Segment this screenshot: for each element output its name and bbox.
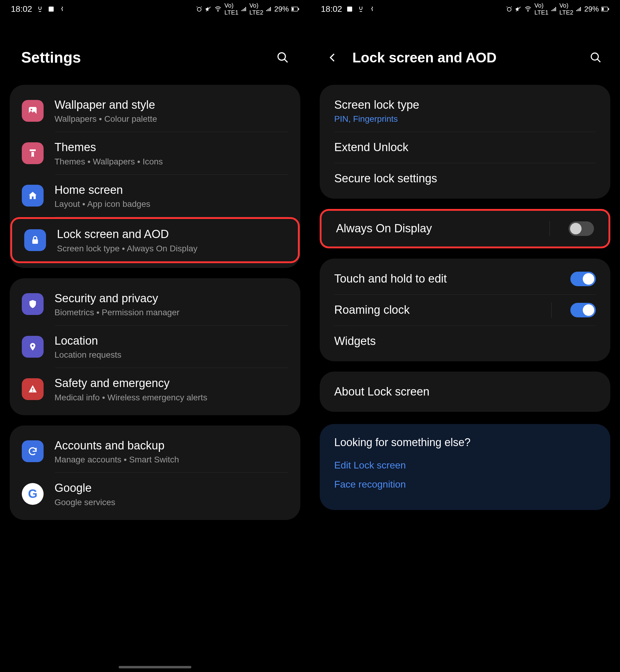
settings-item-widgets[interactable]: Widgets [320, 326, 610, 356]
svg-point-18 [528, 11, 528, 11]
settings-item-touch-hold-edit[interactable]: Touch and hold to edit [320, 263, 610, 294]
svg-point-16 [507, 8, 511, 11]
wallpaper-icon [22, 100, 44, 122]
status-time: 18:02 [11, 4, 32, 14]
settings-item-home-screen[interactable]: Home screen Layout • App icon badges [10, 175, 300, 217]
status-app-icon-3 [59, 6, 65, 12]
item-subtitle: Wallpapers • Colour palette [54, 114, 288, 124]
svg-point-7 [278, 53, 286, 60]
svg-point-12 [32, 345, 34, 346]
settings-group-aod: Always On Display [320, 209, 610, 248]
status-app-icon-1 [36, 5, 44, 13]
item-title: Screen lock type [334, 98, 596, 112]
status-app-icon-1 [357, 5, 364, 13]
themes-icon [22, 142, 44, 164]
back-button[interactable] [325, 50, 340, 65]
settings-group: Wallpaper and style Wallpapers • Colour … [10, 85, 300, 268]
status-time: 18:02 [321, 4, 342, 14]
sync-icon [22, 440, 44, 462]
link-edit-lock-screen[interactable]: Edit Lock screen [334, 460, 596, 471]
item-title: Always On Display [336, 221, 538, 236]
item-title: Google [54, 481, 288, 495]
related-links: Looking for something else? Edit Lock sc… [320, 424, 610, 510]
item-title: Extend Unlock [334, 140, 596, 155]
item-title: Roaming clock [334, 302, 540, 318]
svg-rect-5 [292, 8, 294, 11]
svg-point-1 [197, 8, 201, 11]
item-title: Themes [54, 140, 288, 155]
svg-rect-20 [602, 8, 604, 11]
svg-rect-0 [49, 7, 54, 12]
location-icon [22, 336, 44, 358]
settings-item-safety[interactable]: Safety and emergency Medical info • Wire… [10, 368, 300, 410]
signal1-icon [241, 6, 247, 12]
lock-icon [24, 229, 46, 251]
link-face-recognition[interactable]: Face recognition [334, 479, 596, 490]
search-button[interactable] [587, 48, 605, 66]
shield-icon [22, 293, 44, 315]
svg-point-10 [31, 109, 33, 110]
settings-item-lock-screen[interactable]: Lock screen and AOD Screen lock type • A… [10, 217, 300, 263]
svg-line-8 [284, 59, 288, 62]
item-title: Touch and hold to edit [334, 271, 560, 286]
settings-group: About Lock screen [320, 372, 610, 412]
toggle-touch-hold-edit[interactable] [570, 272, 596, 286]
toggle-always-on-display[interactable] [569, 222, 594, 236]
svg-line-23 [597, 59, 600, 62]
settings-group: Security and privacy Biometrics • Permis… [10, 278, 300, 415]
lte1-label: Vo)LTE1 [224, 2, 238, 16]
page-title: Lock screen and AOD [352, 49, 575, 66]
item-title: About Lock screen [334, 384, 596, 399]
lock-screen-settings: 18:02 Vo)LTE1 Vo)LTE2 29% Lock scr [310, 0, 620, 672]
settings-item-accounts[interactable]: Accounts and backup Manage accounts • Sm… [10, 430, 300, 472]
status-app-icon-2 [346, 6, 353, 12]
status-bar: 18:02 Vo)LTE1 Vo)LTE2 29% [0, 0, 310, 18]
svg-rect-11 [33, 239, 38, 244]
settings-screen: 18:02 Vo)LTE1 Vo)LTE2 29% Settings [0, 0, 310, 672]
svg-rect-21 [608, 8, 609, 10]
home-indicator[interactable] [119, 666, 191, 668]
settings-item-themes[interactable]: Themes Themes • Wallpapers • Icons [10, 132, 300, 174]
item-title: Lock screen and AOD [57, 227, 286, 242]
toggle-roaming-clock[interactable] [570, 303, 596, 318]
item-title: Security and privacy [54, 291, 288, 306]
svg-rect-6 [298, 8, 299, 10]
settings-item-google[interactable]: G Google Google services [10, 473, 300, 515]
settings-item-security[interactable]: Security and privacy Biometrics • Permis… [10, 283, 300, 325]
status-app-icon-3 [369, 6, 375, 12]
settings-item-always-on-display[interactable]: Always On Display [321, 213, 609, 244]
settings-item-screen-lock-type[interactable]: Screen lock type PIN, Fingerprints [320, 90, 610, 132]
item-title: Location [54, 333, 288, 348]
item-title: Widgets [334, 334, 596, 348]
battery-icon [601, 7, 609, 11]
settings-item-roaming-clock[interactable]: Roaming clock [320, 295, 610, 326]
lte2-label: Vo)LTE2 [560, 2, 573, 16]
svg-rect-14 [33, 391, 33, 392]
settings-group: Touch and hold to edit Roaming clock Wid… [320, 258, 610, 361]
item-subtitle: Manage accounts • Smart Switch [54, 455, 288, 465]
item-subtitle: Layout • App icon badges [54, 199, 288, 209]
related-title: Looking for something else? [334, 436, 596, 449]
battery-pct: 29% [274, 5, 289, 13]
settings-item-secure-lock[interactable]: Secure lock settings [320, 163, 610, 194]
item-title: Safety and emergency [54, 376, 288, 391]
item-subtitle: Google services [54, 497, 288, 507]
alarm-icon [506, 6, 513, 12]
item-subtitle: Biometrics • Permission manager [54, 308, 288, 318]
status-app-icon-2 [48, 6, 54, 12]
settings-item-about-lock-screen[interactable]: About Lock screen [320, 376, 610, 407]
item-subtitle: Screen lock type • Always On Display [57, 244, 286, 253]
settings-group: Accounts and backup Manage accounts • Sm… [10, 426, 300, 520]
alert-icon [22, 378, 44, 400]
svg-point-3 [218, 11, 218, 11]
home-icon [22, 185, 44, 206]
settings-item-wallpaper[interactable]: Wallpaper and style Wallpapers • Colour … [10, 90, 300, 132]
search-button[interactable] [274, 48, 292, 66]
settings-item-extend-unlock[interactable]: Extend Unlock [320, 132, 610, 162]
lte2-label: Vo)LTE2 [250, 2, 263, 16]
signal2-icon [576, 6, 582, 12]
svg-rect-15 [347, 7, 352, 12]
settings-item-location[interactable]: Location Location requests [10, 326, 300, 368]
google-icon: G [22, 483, 44, 505]
mute-icon [205, 6, 212, 12]
